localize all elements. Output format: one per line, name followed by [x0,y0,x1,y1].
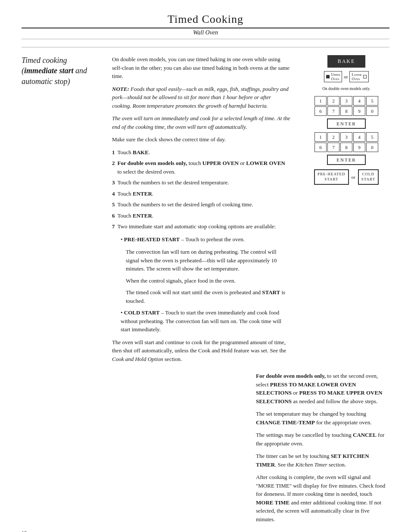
step-1-text: Touch BAKE. [118,148,150,157]
step-6-text: Touch ENTER. [118,212,154,220]
bottom-section: For double oven models only, to set the … [22,372,389,528]
main-content: Timed cooking (immediate start and autom… [22,47,389,367]
page-title: Timed Cooking [22,13,389,26]
num-row-3: 1 2 3 4 5 [314,132,378,142]
cold-start-button[interactable]: Cold Start [358,169,379,184]
step-5-num: 5 [112,200,115,209]
key-3[interactable]: 3 [340,96,352,106]
step-6: 6 Touch ENTER. [112,212,290,220]
key-3b[interactable]: 3 [340,132,352,142]
upper-oven-label: UpperOven [331,72,340,81]
title-divider [22,28,389,28]
right-para-3: The settings may be cancelled by touchin… [256,431,389,448]
intro-para-2: The oven will turn on immediately and co… [112,114,290,131]
main-body: On double oven models, you can use timed… [103,47,299,367]
lower-oven-btn: LowerOven [349,71,368,82]
key-2b[interactable]: 2 [327,132,339,142]
steps-list: 1 Touch BAKE. 2 For double oven models o… [112,148,290,231]
key-4b[interactable]: 4 [353,132,365,142]
key-9b[interactable]: 9 [353,143,365,152]
preheated-start-button[interactable]: Pre-Heated Start [314,169,349,184]
page-subtitle: Wall Oven [22,29,389,36]
right-para-2: The set temperature may be changed by to… [256,410,389,426]
key-2[interactable]: 2 [327,96,339,106]
preheated-sub1: The convection fan will turn on during p… [126,248,290,273]
oven-diagram: Bake UpperOven or LowerOven On double ov… [303,55,389,185]
key-9[interactable]: 9 [353,106,365,116]
bullet-preheated: • PRE-HEATED START – Touch to preheat th… [121,235,290,305]
key-5b[interactable]: 5 [366,132,378,142]
step-1: 1 Touch BAKE. [112,148,290,157]
step-3: 3 Touch the numbers to set the desired t… [112,178,290,187]
diagram-column: Bake UpperOven or LowerOven On double ov… [299,47,389,367]
step-1-num: 1 [112,148,115,157]
preheated-sub2: When the control signals, place food in … [126,277,290,285]
bake-label: Bake [338,58,355,64]
upper-oven-indicator [326,75,330,78]
key-5[interactable]: 5 [366,96,378,106]
step-4-num: 4 [112,190,115,198]
upper-oven-btn: UpperOven [324,71,342,82]
bottom-right-text: For double oven models only, to set the … [252,372,389,528]
enter-label-2: Enter [336,157,356,162]
step-2: 2 For double oven models only, touch UPP… [112,159,290,176]
or-label-2: or [352,174,355,180]
step-2-num: 2 [112,159,115,176]
double-oven-note: On double oven models only. [322,86,371,92]
key-7b[interactable]: 7 [327,143,339,152]
key-8b[interactable]: 8 [340,143,352,152]
bullet-preheated-header: • PRE-HEATED START – Touch to preheat th… [121,235,290,244]
note-para: NOTE: Foods that spoil easily—such as mi… [112,85,290,110]
preheated-sub3: The timed cook will not start until the … [126,288,290,305]
page-header: Timed Cooking Wall Oven [22,13,389,39]
bottom-left-text [121,372,252,528]
enter-label-1: Enter [336,121,356,126]
key-6b[interactable]: 6 [314,143,327,152]
or-label-1: or [344,74,348,79]
num-row-4: 6 7 8 9 0 [314,143,378,152]
bullet-coldstart: • COLD START – Touch to start the oven i… [121,308,290,334]
bullet-section: • PRE-HEATED START – Touch to preheat th… [121,235,290,334]
right-para-5: After cooking is complete, the oven will… [256,473,389,523]
intro-para-3: Make sure the clock shows the correct ti… [112,135,290,144]
key-0[interactable]: 0 [366,106,378,116]
lower-oven-indicator [363,75,367,78]
intro-para-1: On double oven models, you can use timed… [112,55,290,81]
step-7: 7 Two immediate start and automatic stop… [112,222,290,231]
step-5-text: Touch the numbers to set the desired len… [118,200,253,209]
step-3-text: Touch the numbers to set the desired tem… [118,178,229,187]
right-para-4: The timer can be set by touching SET KIT… [256,452,389,469]
step-4: 4 Touch ENTER. [112,190,290,198]
key-8[interactable]: 8 [340,106,352,116]
lower-oven-label: LowerOven [352,72,361,81]
key-4[interactable]: 4 [353,96,365,106]
num-row-2: 6 7 8 9 0 [314,106,378,116]
page: Timed Cooking Wall Oven Timed cooking (i… [0,0,411,532]
key-7[interactable]: 7 [327,106,339,116]
step-2-text: For double oven models only, touch UPPER… [118,159,291,176]
key-0b[interactable]: 0 [366,143,378,152]
closing-para: The oven will start and continue to cook… [112,338,290,364]
key-6[interactable]: 6 [314,106,327,116]
bottom-spacer [22,372,121,528]
key-1b[interactable]: 1 [314,132,327,142]
key-1[interactable]: 1 [314,96,327,106]
step-7-num: 7 [112,222,115,231]
start-options-row: Pre-Heated Start or Cold Start [314,169,379,184]
num-grid-2: 1 2 3 4 5 6 7 8 9 0 [314,132,378,152]
enter-button-2[interactable]: Enter [327,155,365,165]
step-5: 5 Touch the numbers to set the desired l… [112,200,290,209]
bullet-coldstart-text: • COLD START – Touch to start the oven i… [121,308,290,334]
right-para-1: For double oven models only, to set the … [256,372,389,405]
oven-selector-row: UpperOven or LowerOven [324,71,368,82]
subtitle-divider [22,39,389,39]
page-number: 12 [22,530,27,532]
left-sidebar: Timed cooking (immediate start and autom… [22,47,103,367]
step-3-num: 3 [112,178,115,187]
num-grid-1: 1 2 3 4 5 6 7 8 9 0 [314,96,378,116]
step-4-text: Touch ENTER. [118,190,154,198]
enter-button-1[interactable]: Enter [327,118,365,129]
bake-button: Bake [327,55,366,68]
section-title: Timed cooking (immediate start and autom… [22,55,96,87]
step-7-text: Two immediate start and automatic stop c… [118,222,276,231]
